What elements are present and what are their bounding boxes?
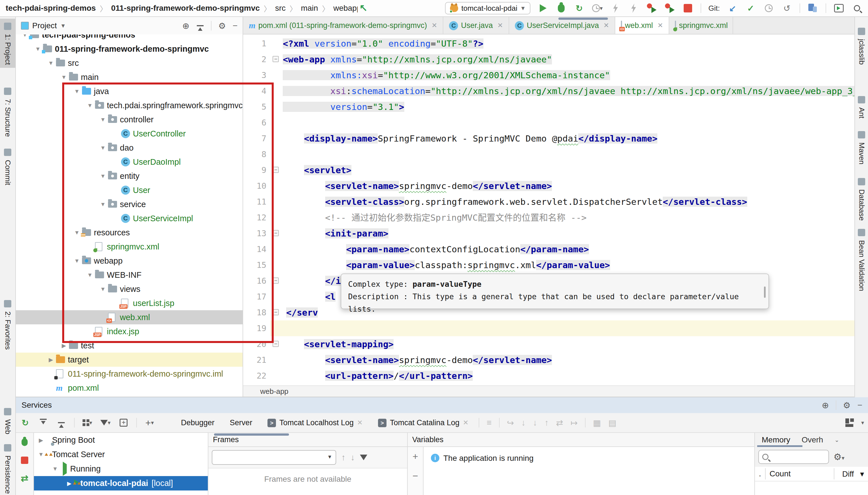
tree-chevron-down-icon[interactable]: ▼ (85, 102, 95, 109)
filter-button[interactable]: ▾ (100, 417, 111, 428)
editor-tab-user.java[interactable]: CUser.java✕ (443, 17, 509, 34)
tree-chevron-down-icon[interactable]: ▼ (98, 201, 108, 208)
code-line-22[interactable]: 22 <url-pattern>/</url-pattern> (243, 368, 868, 384)
tree-item-web-inf[interactable]: ▼WEB-INF (16, 268, 243, 282)
tree-item-dao[interactable]: ▼dao (16, 141, 243, 155)
close-tab-icon[interactable]: ✕ (603, 21, 609, 29)
editor-tab-springmvc.xml[interactable]: springmvc.xml (669, 17, 733, 34)
project-panel-title[interactable]: Project (32, 21, 57, 30)
service-item-spring-boot[interactable]: ▶Spring Boot (34, 433, 208, 447)
attach-run-button[interactable] (646, 3, 657, 14)
tree-item-service[interactable]: ▼service (16, 197, 243, 211)
code-line-20[interactable]: 20− <servlet-mapping> (243, 336, 868, 352)
xml-breadcrumb-webapp[interactable]: web-app (260, 387, 288, 396)
tool-window-button-2-favorites[interactable]: 2: Favorites (0, 296, 15, 353)
profiler-button[interactable]: ▾ (592, 3, 603, 14)
breadcrumb-item[interactable]: webapp (333, 4, 358, 13)
attach-debug-button[interactable] (664, 3, 675, 14)
code-line-15[interactable]: 15 <param-value>classpath:springmvc.xml<… (243, 257, 868, 273)
tree-item-011-spring-framework-demo-springmvc-iml[interactable]: 011-spring-framework-demo-springmvc.iml (16, 367, 243, 381)
services-tab-server[interactable]: Server (227, 419, 255, 427)
add-watch-button[interactable]: + (413, 451, 418, 462)
tree-item-src[interactable]: ▼src (16, 56, 243, 70)
terminal-button[interactable] (834, 3, 844, 14)
tree-chevron-down-icon[interactable]: ▼ (72, 229, 82, 236)
debug-button[interactable] (556, 3, 567, 14)
tree-chevron-down-icon[interactable]: ▼ (37, 451, 45, 458)
tree-item-resources[interactable]: ▼resources (16, 225, 243, 240)
code-line-4[interactable]: 4 xsi:schemaLocation="http://xmlns.jcp.o… (243, 83, 868, 99)
stop-button[interactable] (683, 3, 693, 14)
tab-overhead[interactable]: Overh (802, 436, 823, 444)
tool-window-button-1-project[interactable]: 1: Project (0, 19, 15, 68)
tree-item-entity[interactable]: ▼entity (16, 169, 243, 183)
tool-window-button-persistence[interactable]: Persistence (0, 440, 15, 495)
tree-chevron-down-icon[interactable]: ▼ (98, 116, 108, 123)
code-line-13[interactable]: 13− <init-param> (243, 225, 868, 241)
code-editor[interactable]: 1<?xml version="1.0" encoding="UTF-8"?>2… (243, 34, 868, 386)
tree-chevron-right-icon[interactable]: ▶ (65, 480, 73, 487)
locate-button[interactable]: ⊕ (822, 400, 829, 410)
gear-icon[interactable]: ⚙ (843, 400, 851, 410)
close-tab-icon[interactable]: ✕ (463, 419, 468, 427)
stop-service-button[interactable] (19, 455, 30, 466)
code-line-9[interactable]: 9− <servlet> (243, 162, 868, 178)
git-commit-button[interactable]: ✓ (745, 3, 756, 14)
close-tab-icon[interactable]: ✕ (357, 419, 363, 427)
back-arrow-icon[interactable]: ↖ (360, 2, 368, 13)
tree-item-userlist-jsp[interactable]: JSPuserList.jsp (16, 296, 243, 310)
breadcrumb-item[interactable]: 011-spring-framework-demo-springmvc (111, 4, 260, 13)
gear-icon[interactable]: ⚙ (218, 21, 226, 31)
tree-chevron-down-icon[interactable]: ▼ (46, 60, 56, 66)
code-line-3[interactable]: 3 xmlns:xsi="http://www.w3.org/2001/XMLS… (243, 67, 868, 83)
chevron-down-icon[interactable]: ▾ (861, 419, 864, 426)
tool-window-button-jclasslib[interactable]: jclasslib (855, 24, 868, 68)
fold-marker-icon[interactable]: − (272, 309, 279, 315)
close-tab-icon[interactable]: ✕ (497, 21, 503, 29)
tree-chevron-down-icon[interactable]: ▼ (98, 286, 108, 292)
tree-item-main[interactable]: ▼main (16, 70, 243, 84)
tree-item-011-spring-framework-demo-springmvc[interactable]: ▼011-spring-framework-demo-springmvc (16, 42, 243, 56)
tool-window-button-ant[interactable]: Ant (855, 92, 868, 121)
gear-icon[interactable]: ⚙▾ (834, 451, 845, 462)
code-line-7[interactable]: 7 <display-name>SpringFramework - Spring… (243, 131, 868, 146)
column-diff[interactable]: Diff ▾ (834, 469, 868, 479)
tree-chevron-down-icon[interactable]: ▼ (33, 46, 43, 52)
tree-item-test[interactable]: ▶test (16, 339, 243, 353)
close-tab-icon[interactable]: ✕ (657, 21, 663, 29)
fold-marker-icon[interactable]: − (272, 167, 279, 173)
run-with-coverage-button[interactable]: ↻ (574, 3, 585, 14)
tree-chevron-right-icon[interactable]: ▶ (59, 342, 69, 349)
tool-window-button-7-structure[interactable]: 7: Structure (0, 84, 15, 140)
tree-chevron-down-icon[interactable]: ▼ (59, 74, 69, 81)
fold-marker-icon[interactable]: − (272, 341, 279, 347)
expand-all-button[interactable] (38, 417, 49, 428)
code-line-14[interactable]: 14 <param-name>contextConfigLocation</pa… (243, 241, 868, 257)
breadcrumb-item[interactable]: src (275, 4, 286, 13)
locate-file-button[interactable]: ⊕ (182, 21, 189, 31)
add-service-button[interactable]: +▾ (144, 417, 155, 428)
services-tab-tomcat-localhost-log[interactable]: >Tomcat Localhost Log✕ (265, 418, 366, 427)
chevron-down-icon[interactable]: ⌄ (834, 437, 839, 443)
code-line-19[interactable]: 19 (243, 320, 868, 336)
remove-watch-button[interactable]: − (413, 471, 418, 481)
breadcrumb-item[interactable]: tech-pdai-spring-demos (6, 4, 96, 13)
editor-tab-web.xml[interactable]: <>web.xml✕ (615, 17, 669, 34)
tool-window-button-bean-validation[interactable]: Bean Validation (855, 225, 868, 294)
force-run-lightning-icon[interactable] (610, 3, 621, 14)
tree-chevron-right-icon[interactable]: ▶ (37, 437, 45, 444)
zoom-frame-button[interactable] (118, 417, 129, 428)
tree-item-java[interactable]: ▼java (16, 84, 243, 98)
tree-chevron-down-icon[interactable]: ▼ (98, 173, 108, 180)
collapse-all-button[interactable] (56, 417, 67, 428)
close-tab-icon[interactable]: ✕ (432, 21, 437, 29)
tool-window-button-commit[interactable]: Commit (0, 144, 15, 188)
tree-chevron-down-icon[interactable]: ▼ (72, 88, 82, 95)
tree-chevron-down-icon[interactable]: ▼ (51, 466, 60, 472)
tool-window-button-web[interactable]: Web (0, 404, 15, 437)
fold-marker-icon[interactable]: − (272, 56, 279, 62)
tree-chevron-down-icon[interactable]: ▼ (98, 144, 108, 151)
tree-item-target[interactable]: ▶target (16, 353, 243, 367)
diff-viewer-button[interactable] (807, 3, 818, 14)
git-update-button[interactable]: ↙ (727, 3, 738, 14)
